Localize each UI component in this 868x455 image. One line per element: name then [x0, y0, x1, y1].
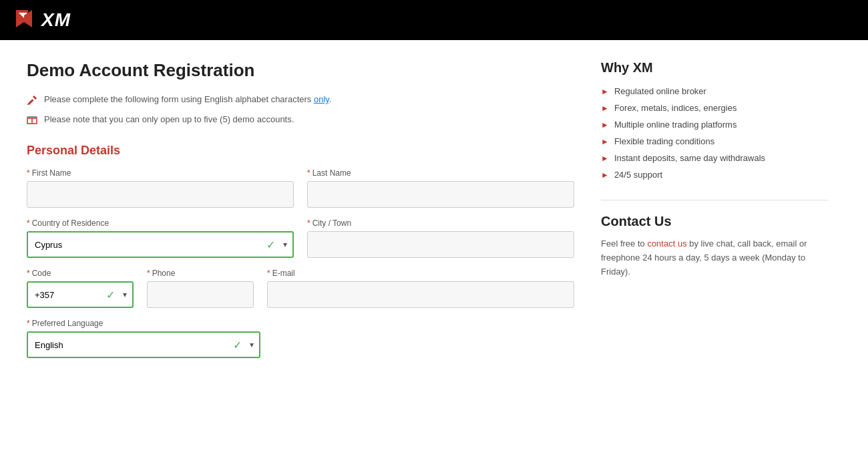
- svg-rect-7: [28, 119, 31, 123]
- notice-five-text: Please note that you can only open up to…: [44, 114, 294, 124]
- list-item: ► Multiple online trading platforms: [601, 120, 828, 130]
- list-item: ► 24/5 support: [601, 170, 828, 180]
- bullet-icon-5: ►: [601, 154, 609, 163]
- bullet-icon-1: ►: [601, 87, 609, 96]
- language-row: *Preferred Language English ✓ ▾: [27, 319, 574, 358]
- section-divider: [601, 200, 828, 200]
- preferred-language-label: *Preferred Language: [27, 319, 260, 328]
- svg-rect-3: [27, 99, 33, 105]
- why-item-4: Flexible trading conditions: [614, 136, 714, 146]
- xm-logo-icon: [13, 7, 39, 33]
- contact-us-link[interactable]: contact us: [647, 239, 686, 249]
- page-title: Demo Account Registration: [27, 60, 574, 81]
- logo: XM: [13, 7, 71, 33]
- contact-us-title: Contact Us: [601, 214, 828, 229]
- left-column: Demo Account Registration Please complet…: [27, 60, 574, 369]
- bullet-icon-4: ►: [601, 137, 609, 146]
- notice-alphabet: Please complete the following form using…: [27, 94, 574, 108]
- code-phone-email-row: *Code +357 ✓ ▾ *Phone *E-mail: [27, 269, 574, 308]
- why-item-1: Regulated online broker: [614, 86, 706, 96]
- info-icon: [27, 115, 37, 128]
- country-select[interactable]: Cyprus: [27, 231, 294, 258]
- first-name-input[interactable]: [27, 181, 294, 208]
- svg-rect-9: [27, 116, 37, 118]
- list-item: ► Instant deposits, same day withdrawals: [601, 153, 828, 163]
- pencil-icon: [27, 95, 37, 108]
- bullet-icon-2: ►: [601, 104, 609, 113]
- notice-alphabet-text: Please complete the following form using…: [44, 94, 331, 104]
- name-row: *First Name *Last Name: [27, 168, 574, 208]
- header: XM: [0, 0, 868, 40]
- city-label: *City / Town: [307, 218, 574, 228]
- country-label: *Country of Residence: [27, 218, 294, 228]
- why-item-6: 24/5 support: [614, 170, 662, 180]
- svg-rect-8: [33, 119, 36, 123]
- language-group: *Preferred Language English ✓ ▾: [27, 319, 260, 358]
- email-label: *E-mail: [267, 269, 574, 278]
- list-item: ► Flexible trading conditions: [601, 136, 828, 146]
- bullet-icon-3: ►: [601, 120, 609, 130]
- contact-us-section: Contact Us Feel free to contact us by li…: [601, 214, 828, 279]
- notice-only-link[interactable]: only: [314, 94, 329, 104]
- bullet-icon-6: ►: [601, 170, 609, 180]
- phone-group: *Phone: [147, 269, 254, 308]
- why-xm-section: Why XM ► Regulated online broker ► Forex…: [601, 60, 828, 180]
- city-group: *City / Town: [307, 218, 574, 258]
- last-name-input[interactable]: [307, 181, 574, 208]
- list-item: ► Forex, metals, indices, energies: [601, 103, 828, 113]
- phone-input[interactable]: [147, 281, 254, 308]
- contact-us-text: Feel free to contact us by live chat, ca…: [601, 237, 828, 279]
- country-select-wrapper: Cyprus ✓ ▾: [27, 231, 294, 258]
- email-group: *E-mail: [267, 269, 574, 308]
- svg-marker-4: [33, 96, 37, 100]
- code-select[interactable]: +357: [27, 281, 134, 308]
- why-item-2: Forex, metals, indices, energies: [614, 103, 737, 113]
- language-select-wrapper: English ✓ ▾: [27, 331, 260, 358]
- last-name-label: *Last Name: [307, 168, 574, 178]
- phone-label: *Phone: [147, 269, 254, 278]
- right-column: Why XM ► Regulated online broker ► Forex…: [601, 60, 828, 369]
- last-name-group: *Last Name: [307, 168, 574, 208]
- language-select[interactable]: English: [27, 331, 260, 358]
- country-group: *Country of Residence Cyprus ✓ ▾: [27, 218, 294, 258]
- why-xm-title: Why XM: [601, 60, 828, 75]
- code-label: *Code: [27, 269, 134, 278]
- why-item-3: Multiple online trading platforms: [614, 120, 737, 130]
- main-wrapper: Demo Account Registration Please complet…: [0, 40, 868, 389]
- why-xm-list: ► Regulated online broker ► Forex, metal…: [601, 86, 828, 180]
- code-select-wrapper: +357 ✓ ▾: [27, 281, 134, 308]
- why-item-5: Instant deposits, same day withdrawals: [614, 153, 765, 163]
- personal-details-title: Personal Details: [27, 144, 574, 158]
- city-input[interactable]: [307, 231, 574, 258]
- email-input[interactable]: [267, 281, 574, 308]
- notice-five-accounts: Please note that you can only open up to…: [27, 114, 574, 128]
- first-name-group: *First Name: [27, 168, 294, 208]
- country-city-row: *Country of Residence Cyprus ✓ ▾ *City /…: [27, 218, 574, 258]
- code-group: *Code +357 ✓ ▾: [27, 269, 134, 308]
- first-name-label: *First Name: [27, 168, 294, 178]
- list-item: ► Regulated online broker: [601, 86, 828, 96]
- logo-text: XM: [41, 9, 71, 31]
